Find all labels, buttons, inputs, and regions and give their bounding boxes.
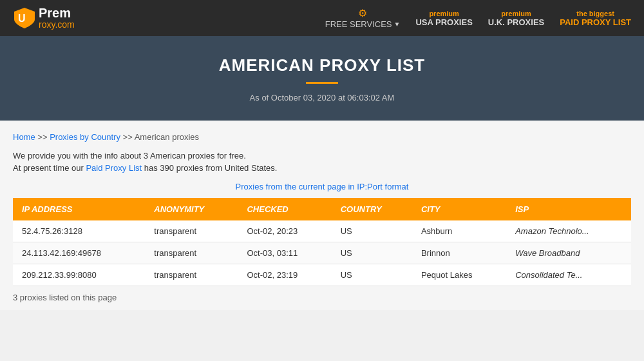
breadcrumb: Home >> Proxies by Country >> American p… <box>13 132 631 142</box>
cell-ip: 209.212.33.99:8080 <box>13 264 145 286</box>
cell-city: Ashburn <box>412 220 506 242</box>
cell-isp: Amazon Technolo... <box>506 220 631 242</box>
hero-section: AMERICAN PROXY LIST As of October 03, 20… <box>0 36 644 121</box>
paid-proxy-list-link[interactable]: Paid Proxy List <box>86 163 142 173</box>
cell-isp: Wave Broadband <box>506 242 631 264</box>
nav-free-services-label: FREE SERVICES ▼ <box>325 19 401 29</box>
cell-anonymity: transparent <box>145 242 238 264</box>
nav-usa-sub: premium <box>429 10 459 17</box>
cell-ip: 52.4.75.26:3128 <box>13 220 145 242</box>
cell-country: US <box>332 220 412 242</box>
col-city: CITY <box>412 198 506 220</box>
info-line1: We provide you with the info about 3 Ame… <box>13 151 631 161</box>
table-row: 209.212.33.99:8080transparentOct-02, 23:… <box>13 264 631 286</box>
col-isp: ISP <box>506 198 631 220</box>
nav-usa-main: USA PROXIES <box>415 17 472 27</box>
cell-checked: Oct-03, 03:11 <box>238 242 331 264</box>
info-line2: At present time our Paid Proxy List has … <box>13 163 631 173</box>
logo-prem: Prem <box>39 6 75 20</box>
nav-uk-proxies[interactable]: premium U.K. PROXIES <box>488 10 544 27</box>
proxy-table: IP ADDRESS ANONYMITY CHECKED COUNTRY CIT… <box>13 198 631 286</box>
nav-uk-main: U.K. PROXIES <box>488 17 544 27</box>
logo-text: Prem roxy.com <box>39 6 75 30</box>
cell-country: US <box>332 242 412 264</box>
cell-checked: Oct-02, 20:23 <box>238 220 331 242</box>
nav-usa-proxies[interactable]: premium USA PROXIES <box>415 10 472 27</box>
hero-divider <box>306 82 338 84</box>
nav-paid-main: PAID PROXY LIST <box>560 17 631 27</box>
info-line2-prefix: At present time our <box>13 163 86 173</box>
logo-shield-icon: U <box>13 6 36 30</box>
breadcrumb-by-country[interactable]: Proxies by Country <box>50 132 120 142</box>
cell-city: Brinnon <box>412 242 506 264</box>
cell-isp: Consolidated Te... <box>506 264 631 286</box>
nav-free-services[interactable]: ⚙ FREE SERVICES ▼ <box>325 7 401 29</box>
cell-ip: 24.113.42.169:49678 <box>13 242 145 264</box>
col-country: COUNTRY <box>332 198 412 220</box>
col-ip: IP ADDRESS <box>13 198 145 220</box>
format-link[interactable]: Proxies from the current page in IP:Port… <box>236 182 409 191</box>
cell-country: US <box>332 264 412 286</box>
footer-note: 3 proxies listed on this page <box>13 293 631 302</box>
table-header: IP ADDRESS ANONYMITY CHECKED COUNTRY CIT… <box>13 198 631 220</box>
format-link-container: Proxies from the current page in IP:Port… <box>13 182 631 191</box>
site-header: U Prem roxy.com ⚙ FREE SERVICES ▼ premiu… <box>0 0 644 36</box>
svg-text:U: U <box>18 13 26 24</box>
breadcrumb-sep1: >> <box>37 132 47 142</box>
cell-checked: Oct-02, 23:19 <box>238 264 331 286</box>
info-line2-suffix: has 390 proxies from United States. <box>142 163 277 173</box>
col-anonymity: ANONYMITY <box>145 198 238 220</box>
table-body: 52.4.75.26:3128transparentOct-02, 20:23U… <box>13 220 631 286</box>
breadcrumb-home[interactable]: Home <box>13 132 35 142</box>
logo[interactable]: U Prem roxy.com <box>13 6 75 30</box>
cell-city: Pequot Lakes <box>412 264 506 286</box>
table-row: 52.4.75.26:3128transparentOct-02, 20:23U… <box>13 220 631 242</box>
cell-anonymity: transparent <box>145 220 238 242</box>
nav-paid-proxy[interactable]: the biggest PAID PROXY LIST <box>560 10 631 27</box>
main-content: Home >> Proxies by Country >> American p… <box>0 121 644 310</box>
hero-date: As of October 03, 2020 at 06:03:02 AM <box>13 93 631 102</box>
page-title: AMERICAN PROXY LIST <box>13 55 631 75</box>
main-nav: ⚙ FREE SERVICES ▼ premium USA PROXIES pr… <box>325 7 631 29</box>
gear-icon: ⚙ <box>358 7 367 19</box>
breadcrumb-current: American proxies <box>135 132 199 142</box>
nav-uk-sub: premium <box>501 10 531 17</box>
logo-proxy: roxy.com <box>39 20 75 30</box>
table-row: 24.113.42.169:49678transparentOct-03, 03… <box>13 242 631 264</box>
breadcrumb-sep2: >> <box>123 132 133 142</box>
nav-paid-sub: the biggest <box>576 10 614 17</box>
cell-anonymity: transparent <box>145 264 238 286</box>
col-checked: CHECKED <box>238 198 331 220</box>
